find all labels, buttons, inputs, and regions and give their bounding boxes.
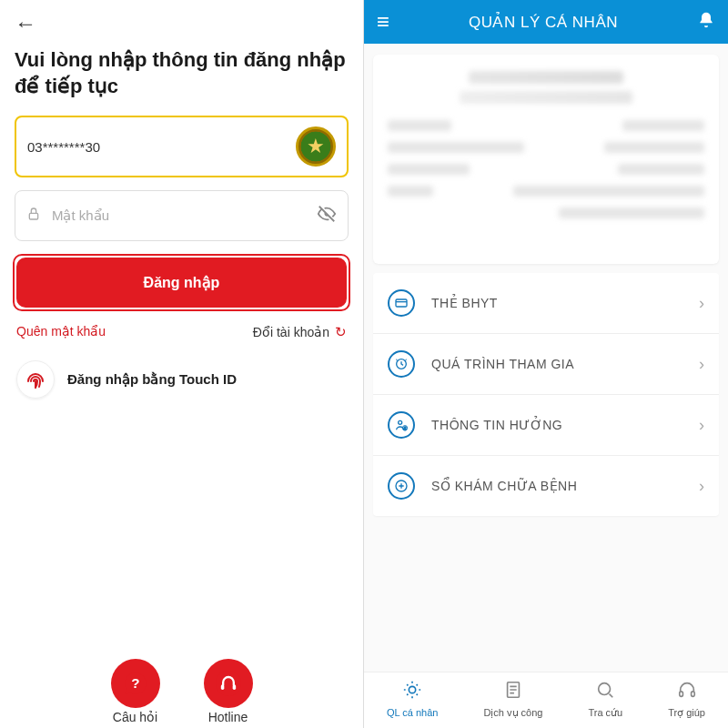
header-title: QUẢN LÝ CÁ NHÂN [389,13,697,32]
menu-label: THÔNG TIN HƯỞNG [431,418,699,432]
right-header: ≡ QUẢN LÝ CÁ NHÂN [364,0,728,44]
forgot-password-link[interactable]: Quên mật khẩu [16,324,106,340]
svg-rect-0 [29,214,37,220]
svg-point-7 [399,420,402,424]
username-field[interactable]: 03********30 ★ [15,116,349,177]
chevron-right-icon: › [699,416,704,435]
faq-label: Câu hỏi [113,710,157,724]
document-icon [503,680,523,704]
svg-rect-14 [679,692,682,697]
tab-service[interactable]: Dịch vụ công [483,680,542,719]
menu-item-process[interactable]: QUÁ TRÌNH THAM GIA › [373,334,719,395]
chevron-right-icon: › [699,355,704,374]
hotline-label: Hotline [208,710,248,724]
tab-label: Trợ giúp [668,707,705,719]
menu-label: QUÁ TRÌNH THAM GIA [431,357,699,371]
svg-point-13 [599,683,611,695]
left-header: ← [0,0,363,42]
chevron-right-icon: › [699,477,704,496]
menu-item-medical[interactable]: SỔ KHÁM CHỮA BỆNH › [373,456,719,516]
personal-info-card [373,55,719,264]
tab-lookup[interactable]: Tra cứu [588,680,622,719]
svg-text:?: ? [131,675,139,691]
headset-bubble-icon [204,659,253,708]
menu-label: SỔ KHÁM CHỮA BỆNH [431,479,699,493]
tab-label: Dịch vụ công [483,707,542,719]
plus-circle-icon [388,472,415,500]
card-icon [388,289,415,317]
back-icon[interactable]: ← [15,11,36,35]
headset-icon [677,680,697,704]
password-placeholder: Mật khẩu [52,207,317,224]
profile-screen: ≡ QUẢN LÝ CÁ NHÂN THẺ BHYT › QUÁ TRÌNH T… [364,0,728,728]
switch-account-link[interactable]: Đổi tài khoản ↻ [253,324,347,340]
login-button[interactable]: Đăng nhập [18,259,345,306]
bell-icon[interactable] [697,11,715,34]
user-dollar-icon: $ [388,411,415,439]
question-bubble-icon: ? [111,659,160,708]
emblem-badge-icon: ★ [296,126,336,167]
menu-list: THẺ BHYT › QUÁ TRÌNH THAM GIA › $ THÔNG … [373,273,719,516]
fingerprint-icon [16,360,55,399]
svg-rect-5 [396,299,407,307]
history-icon [388,350,415,378]
menu-icon[interactable]: ≡ [377,9,389,35]
menu-item-bhyt[interactable]: THẺ BHYT › [373,273,719,334]
faq-button[interactable]: ? Câu hỏi [111,659,160,724]
tab-label: Tra cứu [588,707,622,719]
search-icon [595,680,615,704]
tab-personal[interactable]: QL cá nhân [387,680,438,719]
eye-off-icon[interactable] [317,204,337,228]
bottom-tabs: QL cá nhân Dịch vụ công Tra cứu Trợ giúp [364,672,728,728]
svg-rect-15 [691,692,694,697]
login-screen: ← Vui lòng nhập thông tin đăng nhập để t… [0,0,364,728]
lock-icon [26,207,43,225]
password-field[interactable]: Mật khẩu [15,190,349,241]
refresh-icon: ↻ [335,324,347,340]
login-button-highlight: Đăng nhập [13,254,350,311]
svg-point-2 [216,671,241,696]
gear-badge-icon [402,680,422,704]
menu-label: THẺ BHYT [431,296,699,310]
svg-rect-4 [232,684,235,690]
login-title: Vui lòng nhập thông tin đăng nhập để tiế… [0,42,363,116]
svg-point-11 [410,686,416,693]
chevron-right-icon: › [699,294,704,313]
switch-account-label: Đổi tài khoản [253,325,329,339]
touch-id-row[interactable]: Đăng nhập bằng Touch ID [0,357,363,402]
tab-help[interactable]: Trợ giúp [668,680,705,719]
tab-label: QL cá nhân [387,707,438,718]
menu-item-benefit[interactable]: $ THÔNG TIN HƯỞNG › [373,395,719,456]
username-value: 03********30 [27,139,296,155]
hotline-button[interactable]: Hotline [204,659,253,724]
left-footer: ? Câu hỏi Hotline [0,659,363,728]
touch-id-label: Đăng nhập bằng Touch ID [67,371,237,388]
svg-rect-3 [220,684,224,690]
